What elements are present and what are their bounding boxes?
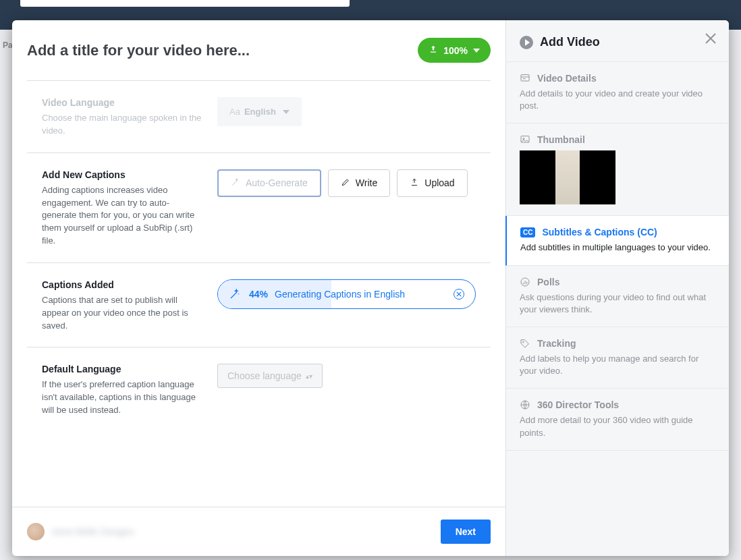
nav-subtitles-captions[interactable]: CC Subtitles & Captions (CC) Add subtitl… xyxy=(505,216,729,265)
thumbnail-preview xyxy=(520,150,615,204)
right-panel: Add Video Video Details Add details to y… xyxy=(506,20,729,556)
cc-icon: CC xyxy=(520,227,535,237)
nav-video-details[interactable]: Video Details Add details to your video … xyxy=(506,62,729,123)
button-label: Upload xyxy=(424,177,454,188)
left-footer: Jonni Belle Designs Next xyxy=(12,507,505,556)
language-value: English xyxy=(244,107,276,117)
poster-name: Jonni Belle Designs xyxy=(51,526,134,537)
details-icon xyxy=(520,73,530,84)
language-prefix: Aa xyxy=(229,107,240,117)
section-title: Add New Captions xyxy=(42,169,204,180)
svg-point-4 xyxy=(523,341,524,343)
right-heading: Add Video xyxy=(540,35,600,49)
nav-item-title: 360 Director Tools xyxy=(537,399,619,410)
pencil-icon xyxy=(341,177,350,189)
add-video-modal: 100% Video Language Choose the main lang… xyxy=(12,20,729,556)
nav-item-desc: Add more detail to your 360 video with g… xyxy=(520,414,715,439)
nav-item-title: Thumbnail xyxy=(537,134,585,145)
avatar xyxy=(27,523,45,540)
default-language-selector[interactable]: Choose language ▴▾ xyxy=(217,364,323,388)
upload-progress-pill[interactable]: 100% xyxy=(418,38,491,63)
image-icon xyxy=(520,134,530,145)
section-captions-added: Captions Added Captions that are set to … xyxy=(27,263,491,348)
write-button[interactable]: Write xyxy=(328,169,390,197)
bg-text-page: Pa xyxy=(3,40,13,50)
section-title: Video Language xyxy=(42,97,204,108)
nav-item-desc: Add labels to help you manage and search… xyxy=(520,353,715,377)
nav-thumbnail[interactable]: Thumbnail xyxy=(506,123,729,216)
button-label: Auto-Generate xyxy=(246,177,308,188)
button-label: Choose language xyxy=(227,370,302,381)
chevron-down-icon xyxy=(473,49,480,53)
left-panel: 100% Video Language Choose the main lang… xyxy=(12,20,506,556)
play-icon xyxy=(520,36,533,49)
progress-text: Generating Captions in English xyxy=(275,289,454,300)
button-label: Write xyxy=(356,177,377,188)
nav-item-title: Tracking xyxy=(537,338,576,349)
section-title: Default Language xyxy=(42,364,204,374)
background-search xyxy=(20,0,350,7)
upload-progress-text: 100% xyxy=(443,45,468,56)
video-title-input[interactable] xyxy=(27,42,418,59)
sort-icon: ▴▾ xyxy=(306,372,312,380)
tag-icon xyxy=(520,338,530,349)
right-nav: Video Details Add details to your video … xyxy=(506,61,729,451)
section-desc: Captions that are set to publish will ap… xyxy=(42,294,204,333)
video-language-selector[interactable]: Aa English xyxy=(217,97,302,126)
right-header: Add Video xyxy=(506,20,729,61)
left-header: 100% xyxy=(12,20,505,71)
cancel-generation-button[interactable] xyxy=(454,289,464,300)
nav-polls[interactable]: Polls Ask questions during your video to… xyxy=(506,266,729,327)
next-button[interactable]: Next xyxy=(441,520,491,544)
wand-icon xyxy=(229,288,241,300)
section-desc: Adding captions increases video engageme… xyxy=(42,184,204,248)
nav-360-tools[interactable]: 360 Director Tools Add more detail to yo… xyxy=(506,389,729,450)
nav-item-title: Subtitles & Captions (CC) xyxy=(542,227,657,237)
section-add-captions: Add New Captions Adding captions increas… xyxy=(27,153,491,263)
nav-item-desc: Add details to your video and create you… xyxy=(520,88,715,112)
nav-item-title: Polls xyxy=(537,277,559,287)
svg-rect-0 xyxy=(521,75,529,81)
auto-generate-button[interactable]: Auto-Generate xyxy=(217,169,321,197)
nav-item-title: Video Details xyxy=(537,73,597,84)
upload-button[interactable]: Upload xyxy=(397,169,467,197)
upload-icon xyxy=(410,177,419,189)
progress-percent: 44% xyxy=(249,289,268,300)
nav-tracking[interactable]: Tracking Add labels to help you manage a… xyxy=(506,327,729,389)
wand-icon xyxy=(231,177,240,189)
caption-generation-progress: 44% Generating Captions in English xyxy=(217,279,476,309)
section-desc: If the user's preferred caption language… xyxy=(42,379,204,417)
nav-item-desc: Add subtitles in multiple languages to y… xyxy=(520,242,715,254)
globe-icon xyxy=(520,399,530,410)
section-video-language: Video Language Choose the main language … xyxy=(27,81,491,153)
nav-item-desc: Ask questions during your video to find … xyxy=(520,291,715,316)
upload-icon xyxy=(429,45,438,56)
polls-icon xyxy=(520,277,530,287)
section-default-language: Default Language If the user's preferred… xyxy=(27,347,491,432)
section-title: Captions Added xyxy=(42,279,204,290)
section-desc: Choose the main language spoken in the v… xyxy=(42,112,204,138)
chevron-down-icon xyxy=(283,110,290,114)
close-button[interactable] xyxy=(705,32,717,45)
